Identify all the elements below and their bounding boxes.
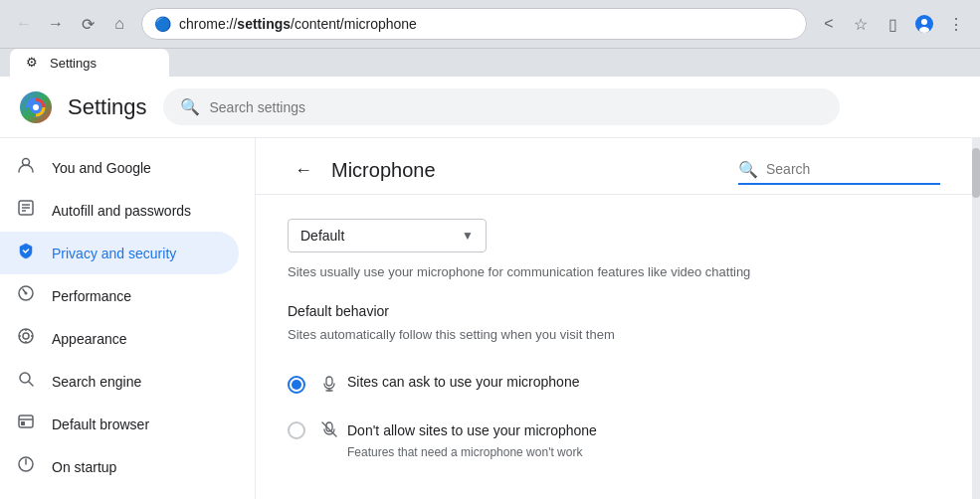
svg-point-13: [23, 333, 29, 339]
scrollbar-thumb: [972, 148, 980, 198]
settings-container: Settings 🔍 You and Google: [0, 77, 980, 499]
browser-chrome: ← → ⟳ ⌂ 🔵 chrome://settings/content/micr…: [0, 0, 980, 49]
svg-point-16: [19, 335, 21, 337]
radio-allow-label: Sites can ask to use your microphone: [347, 374, 579, 390]
appearance-icon: [16, 327, 36, 350]
svg-point-1: [921, 19, 927, 25]
address-text: chrome://settings/content/microphone: [179, 16, 794, 32]
microphone-description: Sites usually use your microphone for co…: [288, 264, 940, 279]
svg-point-4: [33, 104, 39, 110]
sidebar-item-performance[interactable]: Performance: [0, 274, 239, 317]
svg-rect-22: [21, 421, 25, 425]
content-search[interactable]: 🔍: [738, 156, 940, 185]
startup-icon: [16, 455, 36, 478]
page-title: Microphone: [331, 159, 436, 182]
sidebar-item-on-startup[interactable]: On startup: [0, 445, 239, 488]
settings-title: Settings: [68, 94, 147, 120]
site-icon: 🔵: [154, 16, 171, 32]
svg-rect-28: [326, 377, 332, 386]
default-behavior-desc: Sites automatically follow this setting …: [288, 327, 940, 342]
radio-content-allow: Sites can ask to use your microphone: [321, 374, 579, 396]
radio-block-label: Don't allow sites to use your microphone: [347, 422, 597, 438]
svg-point-11: [25, 292, 28, 295]
content-back-button[interactable]: ←: [288, 154, 319, 186]
default-behavior-title: Default behavior: [288, 303, 940, 319]
performance-icon: [16, 284, 36, 307]
menu-button[interactable]: ⋮: [942, 10, 970, 38]
radio-allow[interactable]: [288, 376, 305, 394]
microphone-blocked-icon: [321, 421, 337, 441]
content-title-row: ← Microphone: [288, 154, 436, 186]
sidebar-item-search-engine[interactable]: Search engine: [0, 360, 239, 403]
sidebar-item-default-browser[interactable]: Default browser: [0, 403, 239, 445]
content-area: ← Microphone 🔍 Default ▼ Sites usual: [255, 138, 980, 499]
content-body: Default ▼ Sites usually use your microph…: [256, 195, 980, 495]
content-header: ← Microphone 🔍: [256, 138, 980, 195]
sidebar-item-label: You and Google: [52, 160, 151, 176]
tab-label: Settings: [50, 56, 97, 71]
sidebar-item-label: On startup: [52, 459, 116, 475]
sidebar-toggle-button[interactable]: ▯: [879, 10, 906, 38]
account-button[interactable]: [910, 10, 938, 38]
nav-buttons: ← → ⟳ ⌂: [10, 10, 133, 38]
settings-logo: [20, 91, 52, 123]
sidebar-item-autofill[interactable]: Autofill and passwords: [0, 189, 239, 232]
settings-search-input[interactable]: [210, 99, 823, 115]
sidebar-item-privacy[interactable]: Privacy and security: [0, 232, 239, 274]
svg-rect-20: [19, 416, 33, 427]
shield-icon: [16, 242, 36, 264]
bookmark-button[interactable]: ☆: [847, 10, 875, 38]
content-scrollbar[interactable]: [972, 138, 980, 499]
radio-option-allow[interactable]: Sites can ask to use your microphone: [288, 362, 940, 408]
sidebar-item-label: Default browser: [52, 416, 149, 432]
address-domain: settings: [237, 16, 291, 32]
settings-tab[interactable]: ⚙ Settings: [10, 49, 169, 77]
sidebar: You and Google Autofill and passwords: [0, 138, 255, 499]
sidebar-item-you-google[interactable]: You and Google: [0, 146, 239, 189]
svg-line-19: [29, 382, 33, 386]
tab-bar: ⚙ Settings: [0, 49, 980, 77]
content-search-input[interactable]: [766, 161, 940, 177]
svg-point-12: [19, 329, 33, 343]
sidebar-item-label: Search engine: [52, 374, 141, 390]
home-button[interactable]: ⌂: [105, 10, 133, 38]
settings-header: Settings 🔍: [0, 77, 980, 138]
forward-button[interactable]: →: [42, 10, 70, 38]
microphone-dropdown[interactable]: Default ▼: [288, 219, 487, 252]
dropdown-value: Default: [300, 228, 344, 244]
svg-point-15: [25, 341, 27, 343]
settings-search-bar[interactable]: 🔍: [163, 88, 840, 125]
microphone-dropdown-container: Default ▼: [288, 219, 940, 252]
chevron-down-icon: ▼: [462, 229, 474, 243]
radio-dot: [292, 380, 301, 390]
settings-body: You and Google Autofill and passwords: [0, 138, 980, 499]
sidebar-item-languages[interactable]: Languages: [0, 488, 239, 499]
radio-block[interactable]: [288, 421, 305, 439]
sidebar-item-label: Performance: [52, 288, 131, 304]
svg-point-14: [25, 329, 27, 331]
svg-point-17: [31, 335, 33, 337]
search-icon: 🔍: [180, 97, 200, 116]
sidebar-item-appearance[interactable]: Appearance: [0, 317, 239, 360]
sidebar-item-label: Appearance: [52, 331, 127, 347]
default-browser-icon: [16, 413, 36, 435]
person-icon: [16, 156, 36, 179]
radio-block-sublabel: Features that need a microphone won't wo…: [347, 445, 582, 459]
sidebar-item-label: Autofill and passwords: [52, 203, 191, 219]
search-engine-icon: [16, 370, 36, 393]
share-button[interactable]: <: [815, 10, 843, 38]
tab-favicon: ⚙: [26, 55, 42, 71]
autofill-icon: [16, 199, 36, 222]
radio-content-block: Don't allow sites to use your microphone…: [321, 419, 597, 459]
address-bar[interactable]: 🔵 chrome://settings/content/microphone: [141, 8, 807, 40]
svg-point-2: [919, 27, 929, 33]
back-button[interactable]: ←: [10, 10, 38, 38]
microphone-icon: [321, 376, 337, 396]
radio-option-block[interactable]: Don't allow sites to use your microphone…: [288, 408, 940, 471]
reload-button[interactable]: ⟳: [74, 10, 101, 38]
sidebar-item-label: Privacy and security: [52, 246, 176, 261]
toolbar-actions: < ☆ ▯ ⋮: [815, 10, 970, 38]
content-search-icon: 🔍: [738, 160, 758, 179]
